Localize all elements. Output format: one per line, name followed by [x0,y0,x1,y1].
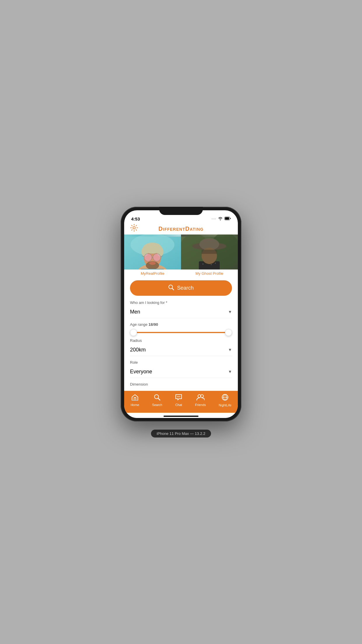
profiles-row [124,235,238,270]
search-button-icon [168,284,174,292]
looking-for-select[interactable]: Men ▼ [130,306,232,318]
dimension-section: Dimension Everyone ▼ [130,382,232,391]
svg-rect-1 [225,217,229,220]
looking-for-value: Men [130,309,140,315]
looking-for-label: Who am I looking for * [130,300,232,305]
profile-image-right[interactable] [181,235,238,270]
device-label: iPhone 11 Pro Max — 13.2.2 [151,430,211,438]
scroll-content: Search Who am I looking for * Men ▼ Age … [124,277,238,391]
svg-rect-17 [141,269,164,270]
wifi-icon [218,216,223,221]
home-indicator [164,416,198,417]
looking-for-chevron: ▼ [228,309,232,314]
looking-for-section: Who am I looking for * Men ▼ [130,300,232,318]
svg-point-24 [202,263,203,265]
radius-value: 200km [130,347,146,353]
nav-label-search: Search [152,403,162,407]
svg-point-10 [144,253,152,261]
my-real-profile-label[interactable]: MyRealProfile [124,270,181,277]
signal-icon: ···· [212,217,216,220]
status-icons: ···· [212,216,231,221]
search-icon-nav [154,394,160,402]
age-range-slider[interactable] [130,332,232,333]
globe-icon-nav [222,394,229,402]
dimension-select[interactable]: Everyone ▼ [130,388,232,391]
radius-label: Radius [130,338,232,343]
gear-icon[interactable] [130,224,138,234]
dimension-label: Dimension [130,382,232,386]
bottom-nav: Home Search [124,391,238,413]
svg-point-26 [211,264,212,265]
nav-label-home: Home [131,403,139,407]
app-header: DifferentDating [124,223,238,235]
notch [159,207,203,215]
battery-icon [224,216,231,221]
age-range-label: Age range 18/90 [130,322,232,327]
age-range-section: Age range 18/90 [130,322,232,333]
search-button-text: Search [177,285,194,291]
status-time: 4:53 [131,216,140,221]
nav-item-search[interactable]: Search [152,394,162,407]
role-chevron: ▼ [228,369,232,374]
role-value: Everyone [130,369,152,375]
role-section: Role Everyone ▼ [130,360,232,378]
radius-section: Radius 200km ▼ [130,338,232,356]
svg-point-16 [149,261,156,265]
svg-point-2 [133,227,135,229]
search-button[interactable]: Search [130,280,232,296]
nav-label-chat: Chat [175,403,182,407]
role-label: Role [130,360,232,365]
my-ghost-profile-label[interactable]: My Ghost Profile [181,270,238,277]
svg-point-34 [177,396,178,397]
radius-select[interactable]: 200km ▼ [130,344,232,356]
friends-icon [196,394,205,402]
chat-icon [175,394,182,402]
svg-rect-29 [202,250,217,254]
svg-point-36 [180,396,180,397]
radius-chevron: ▼ [228,347,232,352]
nav-item-nightlife[interactable]: NightLife [219,394,231,407]
svg-point-35 [178,396,179,397]
svg-point-27 [215,262,216,264]
profile-labels: MyRealProfile My Ghost Profile [124,270,238,277]
nav-item-home[interactable]: Home [131,394,139,407]
age-range-thumb-right[interactable] [225,329,232,336]
nav-label-friends: Friends [195,403,206,407]
nav-item-friends[interactable]: Friends [195,394,206,407]
app-title: DifferentDating [159,225,204,232]
svg-line-33 [158,398,160,400]
home-icon [131,394,138,402]
role-select[interactable]: Everyone ▼ [130,366,232,378]
svg-line-31 [172,288,174,290]
svg-point-11 [153,253,161,261]
nav-item-chat[interactable]: Chat [175,394,182,407]
profile-image-left[interactable] [124,235,181,270]
age-range-thumb-left[interactable] [130,329,137,336]
nav-label-nightlife: NightLife [219,403,231,407]
